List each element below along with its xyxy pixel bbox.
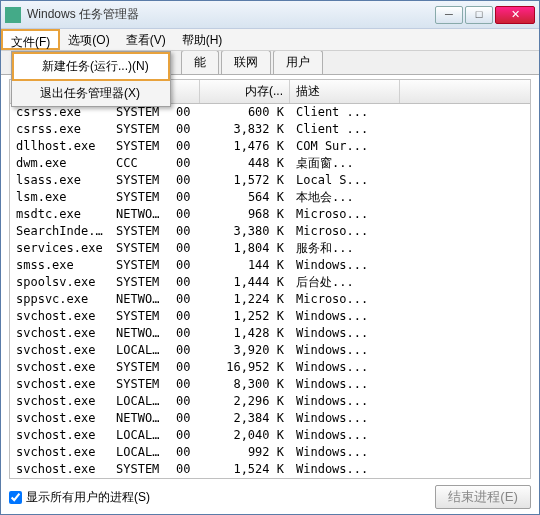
cell-mem: 40 K [200, 478, 290, 479]
cell-mem: 3,832 K [200, 121, 290, 138]
cell-desc: Windows... [290, 410, 400, 427]
cell-cpu: 00 [170, 257, 200, 274]
cell-name: svchost.exe [10, 325, 110, 342]
window-controls: ─ □ ✕ [435, 6, 535, 24]
table-row[interactable]: SystemSYSTEM0040 KNT Kern... [10, 478, 530, 479]
cell-cpu: 00 [170, 444, 200, 461]
menubar: 文件(F) 选项(O) 查看(V) 帮助(H) 新建任务(运行...)(N) 退… [1, 29, 539, 51]
cell-name: svchost.exe [10, 410, 110, 427]
cell-cpu: 00 [170, 172, 200, 189]
cell-user: LOCAL... [110, 393, 170, 410]
titlebar[interactable]: Windows 任务管理器 ─ □ ✕ [1, 1, 539, 29]
table-row[interactable]: svchost.exeSYSTEM0016,952 KWindows... [10, 359, 530, 376]
cell-mem: 1,224 K [200, 291, 290, 308]
cell-mem: 992 K [200, 444, 290, 461]
app-icon [5, 7, 21, 23]
cell-desc: 服务和... [290, 240, 400, 257]
table-row[interactable]: svchost.exeLOCAL...002,296 KWindows... [10, 393, 530, 410]
close-button[interactable]: ✕ [495, 6, 535, 24]
process-table: 内存(... 描述 csrss.exeSYSTEM00600 KClient .… [9, 79, 531, 479]
tab-performance-partial[interactable]: 能 [181, 50, 219, 74]
cell-user: SYSTEM [110, 223, 170, 240]
table-row[interactable]: dllhost.exeSYSTEM001,476 KCOM Sur... [10, 138, 530, 155]
menu-exit[interactable]: 退出任务管理器(X) [12, 81, 170, 106]
cell-mem: 448 K [200, 155, 290, 172]
cell-cpu: 00 [170, 138, 200, 155]
cell-desc: Windows... [290, 359, 400, 376]
menu-view[interactable]: 查看(V) [118, 29, 174, 50]
cell-mem: 968 K [200, 206, 290, 223]
cell-cpu: 00 [170, 410, 200, 427]
cell-user: SYSTEM [110, 274, 170, 291]
cell-cpu: 00 [170, 274, 200, 291]
cell-name: SearchInde... [10, 223, 110, 240]
maximize-button[interactable]: □ [465, 6, 493, 24]
window-title: Windows 任务管理器 [27, 6, 435, 23]
cell-user: SYSTEM [110, 189, 170, 206]
end-process-button[interactable]: 结束进程(E) [435, 485, 531, 509]
cell-mem: 600 K [200, 104, 290, 121]
table-row[interactable]: svchost.exeSYSTEM008,300 KWindows... [10, 376, 530, 393]
tab-users[interactable]: 用户 [273, 50, 323, 74]
cell-name: svchost.exe [10, 376, 110, 393]
table-row[interactable]: svchost.exeNETWO...002,384 KWindows... [10, 410, 530, 427]
menu-help[interactable]: 帮助(H) [174, 29, 231, 50]
menu-options[interactable]: 选项(O) [60, 29, 117, 50]
table-row[interactable]: spoolsv.exeSYSTEM001,444 K后台处... [10, 274, 530, 291]
cell-user: NETWO... [110, 206, 170, 223]
cell-cpu: 00 [170, 478, 200, 479]
table-row[interactable]: svchost.exeLOCAL...00992 KWindows... [10, 444, 530, 461]
cell-user: LOCAL... [110, 427, 170, 444]
table-row[interactable]: dwm.exeCCC00448 K桌面窗... [10, 155, 530, 172]
cell-desc: Microso... [290, 291, 400, 308]
cell-user: SYSTEM [110, 359, 170, 376]
table-row[interactable]: SearchInde...SYSTEM003,380 KMicroso... [10, 223, 530, 240]
table-row[interactable]: svchost.exeNETWO...001,428 KWindows... [10, 325, 530, 342]
cell-name: lsass.exe [10, 172, 110, 189]
cell-desc: Microso... [290, 223, 400, 240]
table-row[interactable]: svchost.exeSYSTEM001,524 KWindows... [10, 461, 530, 478]
cell-name: smss.exe [10, 257, 110, 274]
table-row[interactable]: msdtc.exeNETWO...00968 KMicroso... [10, 206, 530, 223]
cell-mem: 2,040 K [200, 427, 290, 444]
table-row[interactable]: svchost.exeLOCAL...002,040 KWindows... [10, 427, 530, 444]
cell-name: sppsvc.exe [10, 291, 110, 308]
table-row[interactable]: lsm.exeSYSTEM00564 K本地会... [10, 189, 530, 206]
menu-file[interactable]: 文件(F) [1, 29, 60, 50]
cell-mem: 1,524 K [200, 461, 290, 478]
cell-mem: 1,572 K [200, 172, 290, 189]
tab-networking[interactable]: 联网 [221, 50, 271, 74]
cell-name: csrss.exe [10, 121, 110, 138]
cell-name: svchost.exe [10, 393, 110, 410]
menu-new-task[interactable]: 新建任务(运行...)(N) [12, 52, 170, 81]
col-cpu[interactable] [170, 80, 200, 103]
table-row[interactable]: smss.exeSYSTEM00144 KWindows... [10, 257, 530, 274]
show-all-users-input[interactable] [9, 491, 22, 504]
cell-mem: 2,384 K [200, 410, 290, 427]
table-row[interactable]: svchost.exeSYSTEM001,252 KWindows... [10, 308, 530, 325]
table-row[interactable]: services.exeSYSTEM001,804 K服务和... [10, 240, 530, 257]
cell-mem: 1,804 K [200, 240, 290, 257]
cell-name: svchost.exe [10, 342, 110, 359]
show-all-users-checkbox[interactable]: 显示所有用户的进程(S) [9, 489, 150, 506]
cell-mem: 1,476 K [200, 138, 290, 155]
cell-desc: COM Sur... [290, 138, 400, 155]
table-row[interactable]: sppsvc.exeNETWO...001,224 KMicroso... [10, 291, 530, 308]
table-row[interactable]: lsass.exeSYSTEM001,572 KLocal S... [10, 172, 530, 189]
cell-name: services.exe [10, 240, 110, 257]
table-row[interactable]: csrss.exeSYSTEM003,832 KClient ... [10, 121, 530, 138]
cell-desc: Windows... [290, 461, 400, 478]
cell-cpu: 00 [170, 206, 200, 223]
cell-cpu: 00 [170, 376, 200, 393]
cell-user: SYSTEM [110, 240, 170, 257]
cell-user: SYSTEM [110, 478, 170, 479]
col-description[interactable]: 描述 [290, 80, 400, 103]
table-row[interactable]: svchost.exeLOCAL...003,920 KWindows... [10, 342, 530, 359]
cell-user: SYSTEM [110, 138, 170, 155]
cell-desc: 桌面窗... [290, 155, 400, 172]
col-memory[interactable]: 内存(... [200, 80, 290, 103]
minimize-button[interactable]: ─ [435, 6, 463, 24]
cell-name: svchost.exe [10, 308, 110, 325]
table-body[interactable]: csrss.exeSYSTEM00600 KClient ...csrss.ex… [10, 104, 530, 479]
cell-cpu: 00 [170, 240, 200, 257]
